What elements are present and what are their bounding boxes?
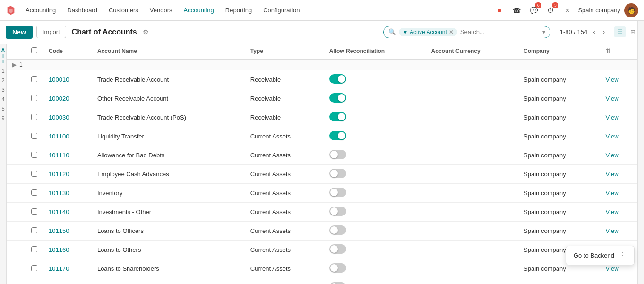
row-checkbox[interactable] [26, 222, 43, 241]
red-dot-icon[interactable]: ● [493, 4, 506, 17]
row-view[interactable]: View [600, 127, 637, 146]
filter-close-icon[interactable]: ✕ [449, 29, 454, 35]
table-row[interactable]: 101170 Loans to Shareholders Current Ass… [7, 259, 637, 278]
view-link[interactable]: View [606, 95, 619, 102]
group-tab-5[interactable]: 5 [0, 104, 6, 113]
debug-icon[interactable]: ✕ [561, 4, 574, 17]
row-reconciliation[interactable] [324, 70, 426, 89]
group-tab-2[interactable]: 2 [0, 76, 6, 85]
row-reconciliation[interactable] [324, 278, 426, 284]
view-link[interactable]: View [606, 76, 619, 83]
view-link[interactable]: View [606, 208, 619, 215]
go-to-backend-label[interactable]: Go to Backend [574, 252, 614, 259]
next-page-button[interactable]: › [601, 27, 607, 36]
group-tab-all[interactable]: All [0, 46, 6, 66]
row-select-checkbox[interactable] [31, 114, 37, 120]
row-view[interactable]: View [600, 278, 637, 284]
nav-dashboard[interactable]: Dashboard [62, 5, 102, 16]
row-select-checkbox[interactable] [31, 265, 37, 271]
row-view[interactable]: View [600, 146, 637, 165]
reconciliation-toggle[interactable] [329, 263, 346, 273]
row-select-checkbox[interactable] [31, 171, 37, 177]
row-checkbox[interactable] [26, 259, 43, 278]
row-view[interactable]: View [600, 89, 637, 108]
table-row[interactable]: 101100 Liquidity Transfer Current Assets… [7, 127, 637, 146]
row-checkbox[interactable] [26, 108, 43, 127]
table-row[interactable]: 101150 Loans to Officers Current Assets … [7, 222, 637, 241]
view-link[interactable]: View [606, 133, 619, 140]
active-account-filter[interactable]: ▼ Active Account ✕ [399, 28, 457, 36]
table-row[interactable]: 101160 Loans to Others Current Assets Sp… [7, 241, 637, 259]
user-avatar[interactable]: 🧑 [624, 3, 638, 17]
row-reconciliation[interactable] [324, 222, 426, 241]
row-select-checkbox[interactable] [31, 152, 37, 158]
reconciliation-toggle[interactable] [329, 93, 346, 103]
row-reconciliation[interactable] [324, 89, 426, 108]
table-row[interactable]: 101110 Allowance for Bad Debts Current A… [7, 146, 637, 165]
nav-configuration[interactable]: Configuration [258, 5, 304, 16]
row-reconciliation[interactable] [324, 146, 426, 165]
kanban-view-button[interactable]: ⊞ [627, 26, 638, 37]
group-tab-9[interactable]: 9 [0, 114, 6, 122]
reconciliation-toggle[interactable] [329, 150, 346, 159]
row-checkbox[interactable] [26, 278, 43, 284]
table-row[interactable]: 101180 Prepaid Expenses Current Assets S… [7, 278, 637, 284]
row-checkbox[interactable] [26, 146, 43, 165]
list-view-button[interactable]: ☰ [614, 26, 626, 37]
reconciliation-toggle[interactable] [329, 169, 346, 178]
th-account-currency[interactable]: Account Currency [426, 43, 518, 59]
row-view[interactable]: View [600, 108, 637, 127]
reconciliation-toggle[interactable] [329, 207, 346, 216]
row-checkbox[interactable] [26, 127, 43, 146]
table-row[interactable]: 101130 Inventory Current Assets Spain co… [7, 184, 637, 203]
reconciliation-toggle[interactable] [329, 131, 346, 140]
table-row[interactable]: 101120 Employee Cash Advances Current As… [7, 165, 637, 184]
row-view[interactable]: View [600, 70, 637, 89]
select-all-checkbox[interactable] [31, 47, 37, 53]
row-checkbox[interactable] [26, 184, 43, 203]
view-link[interactable]: View [606, 171, 619, 178]
reconciliation-toggle[interactable] [329, 74, 346, 84]
nav-customers[interactable]: Customers [104, 5, 143, 16]
row-reconciliation[interactable] [324, 241, 426, 259]
reconciliation-toggle[interactable] [329, 244, 346, 254]
row-checkbox[interactable] [26, 203, 43, 222]
th-type[interactable]: Type [245, 43, 324, 59]
row-checkbox[interactable] [26, 241, 43, 259]
row-reconciliation[interactable] [324, 127, 426, 146]
app-logo[interactable] [6, 5, 16, 16]
view-link[interactable]: View [606, 265, 619, 272]
nav-accounting-main[interactable]: Accounting [21, 5, 60, 16]
reconciliation-toggle[interactable] [329, 188, 346, 197]
settings-icon[interactable]: ⚙ [143, 28, 149, 36]
group-tab-3[interactable]: 3 [0, 86, 6, 94]
row-view[interactable]: View [600, 203, 637, 222]
row-reconciliation[interactable] [324, 184, 426, 203]
nav-reporting[interactable]: Reporting [221, 5, 257, 16]
new-button[interactable]: New [6, 26, 33, 39]
group-toggle-1[interactable]: ▶ [12, 61, 17, 68]
reconciliation-toggle[interactable] [329, 225, 346, 235]
view-link[interactable]: View [606, 189, 619, 197]
row-select-checkbox[interactable] [31, 133, 37, 139]
phone-icon[interactable]: ☎ [510, 4, 523, 17]
prev-page-button[interactable]: ‹ [591, 27, 597, 36]
nav-accounting[interactable]: Accounting [179, 5, 219, 16]
reconciliation-toggle[interactable] [329, 112, 346, 121]
row-view[interactable]: View [600, 165, 637, 184]
th-code[interactable]: Code [43, 43, 92, 59]
search-dropdown-icon[interactable]: ▾ [542, 29, 545, 35]
th-company[interactable]: Company [518, 43, 600, 59]
reconciliation-toggle[interactable] [329, 282, 346, 284]
view-link[interactable]: View [606, 227, 619, 234]
row-checkbox[interactable] [26, 165, 43, 184]
row-reconciliation[interactable] [324, 108, 426, 127]
column-settings-icon[interactable]: ⇅ [606, 48, 610, 54]
row-reconciliation[interactable] [324, 165, 426, 184]
nav-vendors[interactable]: Vendors [145, 5, 177, 16]
row-checkbox[interactable] [26, 70, 43, 89]
view-link[interactable]: View [606, 152, 619, 159]
row-checkbox[interactable] [26, 89, 43, 108]
th-account-name[interactable]: Account Name [92, 43, 245, 59]
row-select-checkbox[interactable] [31, 208, 37, 215]
